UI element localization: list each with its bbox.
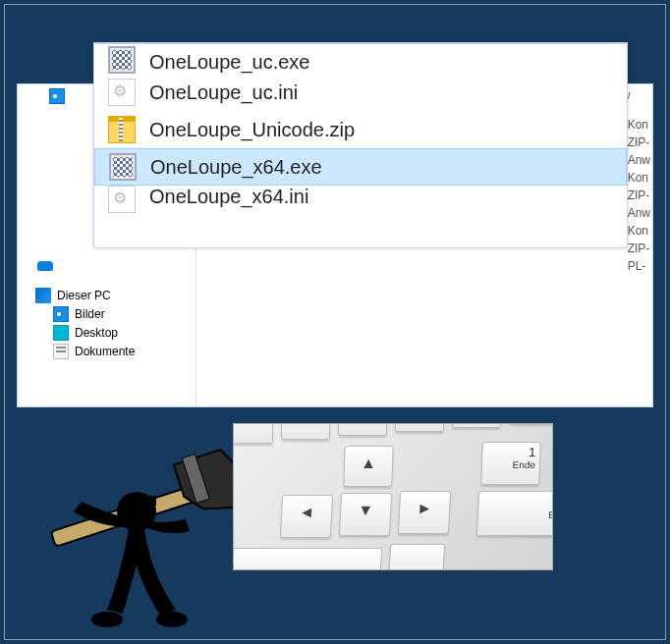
file-name: OneLoupe_Unicode.zip — [149, 119, 355, 141]
nav-item-onedrive[interactable] — [37, 261, 55, 271]
nav-item-this-pc[interactable]: Dieser PC — [35, 286, 135, 304]
type-fragment: ZIP- — [628, 134, 650, 151]
nav-item-dokumente[interactable]: Dokumente — [35, 342, 135, 360]
file-row[interactable]: OneLoupe_Unicode.zip — [94, 111, 627, 148]
file-row[interactable]: OneLoupe_uc.exe — [94, 44, 627, 74]
key-ende: 1 Ende — [480, 442, 541, 485]
nav-label: Dieser PC — [57, 289, 111, 302]
desktop-icon — [53, 325, 69, 341]
type-fragment: Anw — [628, 204, 650, 222]
svg-point-5 — [156, 612, 188, 627]
nav-label: Bilder — [75, 307, 105, 321]
key-einfg: 0 Einfg — [476, 491, 553, 536]
pc-icon — [35, 288, 51, 303]
key-arrow-up: ▲ — [343, 446, 393, 487]
type-fragment: ZIP- — [628, 187, 650, 204]
nav-item-desktop[interactable]: Desktop — [35, 323, 135, 342]
file-name: OneLoupe_uc.exe — [149, 51, 309, 74]
type-fragment: ZIP- — [628, 240, 650, 257]
cloud-icon — [37, 261, 53, 271]
pictures-icon — [49, 88, 65, 104]
magnifier-overlay: OneLoupe_uc.exe OneLoupe_uc.ini OneLoupe… — [93, 42, 628, 248]
svg-point-4 — [91, 612, 123, 627]
pictures-icon — [53, 306, 69, 322]
type-fragment: Kon — [628, 116, 650, 134]
svg-rect-3 — [150, 496, 156, 506]
type-fragment: Anw — [628, 151, 650, 169]
file-row[interactable]: OneLoupe_uc.ini — [94, 74, 627, 111]
key-arrow-right: ► — [398, 491, 451, 534]
exe-icon — [109, 153, 137, 181]
file-name: OneLoupe_x64.ini — [149, 186, 308, 208]
construction-worker-illustration — [34, 417, 251, 633]
documents-icon — [53, 344, 69, 359]
file-name: OneLoupe_x64.exe — [150, 156, 322, 179]
file-row-selected[interactable]: OneLoupe_x64.exe — [94, 148, 627, 186]
file-type-column: Kon ZIP- Anw Kon ZIP- Anw Kon ZIP- PL- — [628, 116, 650, 275]
nav-item-bilder[interactable]: Bilder — [35, 304, 135, 323]
file-name: OneLoupe_uc.ini — [149, 81, 298, 104]
key-arrow-left: ◄ — [280, 495, 333, 538]
exe-icon — [108, 46, 136, 74]
type-fragment: Kon — [628, 222, 650, 240]
nav-section-pc: Dieser PC Bilder Desktop Dokumente — [35, 286, 135, 360]
key-arrow-down: ▼ — [339, 493, 392, 536]
zip-icon — [108, 116, 136, 143]
keyboard-illustration: ▲ ◄ ▼ ► 1 Ende 0 Einfg — [233, 423, 553, 570]
nav-label: Desktop — [75, 326, 118, 340]
ini-icon — [108, 79, 136, 106]
file-row[interactable]: OneLoupe_x64.ini — [94, 186, 627, 215]
nav-label: Dokumente — [75, 345, 135, 358]
magnified-file-list: OneLoupe_uc.exe OneLoupe_uc.ini OneLoupe… — [94, 44, 627, 215]
ini-icon — [108, 186, 136, 213]
type-fragment: PL- — [628, 257, 650, 275]
type-fragment: Kon — [628, 169, 650, 187]
